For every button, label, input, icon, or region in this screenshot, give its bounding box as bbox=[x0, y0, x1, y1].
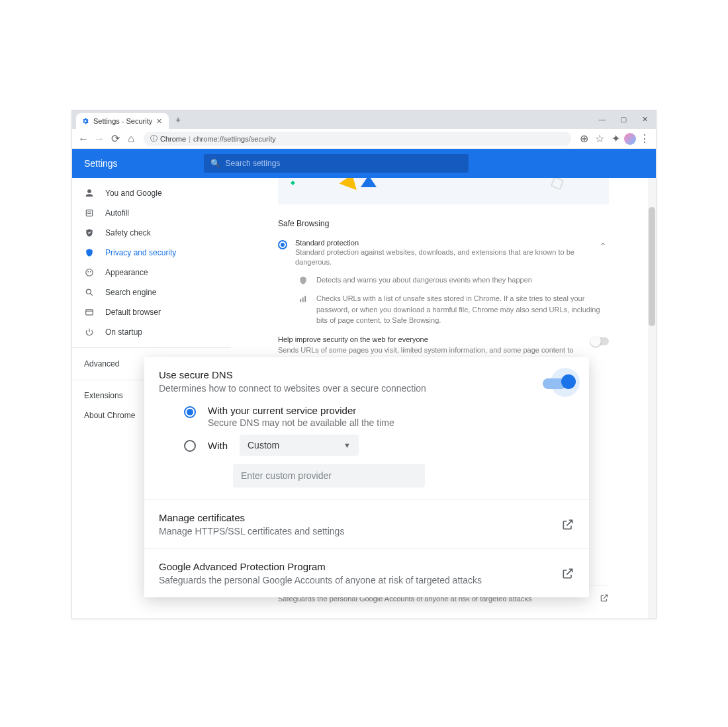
tab-strip: Settings - Security ✕ + — ▢ ✕ bbox=[72, 110, 656, 129]
search-settings-input[interactable]: 🔍 Search settings bbox=[204, 154, 469, 173]
dns-option-custom[interactable]: With Custom ▼ bbox=[159, 428, 574, 456]
radio-selected-icon bbox=[184, 406, 196, 418]
autofill-icon bbox=[84, 208, 95, 218]
profile-avatar[interactable] bbox=[624, 133, 636, 145]
secure-dns-title: Use secure DNS bbox=[159, 369, 426, 380]
extensions-label: Extensions bbox=[84, 391, 123, 400]
radio-unselected-icon bbox=[184, 440, 196, 452]
dns-select-value: Custom bbox=[248, 440, 279, 450]
svg-rect-12 bbox=[304, 296, 306, 302]
forward-button[interactable]: → bbox=[92, 132, 107, 146]
globe-shield-icon bbox=[298, 275, 308, 285]
tab-settings-security[interactable]: Settings - Security ✕ bbox=[76, 113, 169, 129]
gear-icon bbox=[81, 117, 89, 125]
sidebar-label: Autofill bbox=[105, 208, 129, 218]
sidebar-item-safety-check[interactable]: Safety check bbox=[72, 223, 231, 243]
window-minimize-button[interactable]: — bbox=[592, 110, 612, 128]
advanced-protection-sub: Safeguards the personal Google Accounts … bbox=[159, 575, 482, 585]
appearance-icon bbox=[84, 268, 95, 277]
secure-dns-sub: Determines how to connect to websites ov… bbox=[159, 383, 426, 394]
sidebar-item-on-startup[interactable]: On startup bbox=[72, 322, 231, 342]
tab-close-icon[interactable]: ✕ bbox=[155, 117, 163, 126]
standard-protection-radio[interactable]: Standard protection Standard protection … bbox=[278, 236, 609, 271]
standard-protection-title: Standard protection bbox=[295, 239, 589, 247]
chevron-down-icon: ▼ bbox=[343, 441, 351, 449]
help-improve-toggle[interactable] bbox=[592, 337, 609, 345]
advanced-label: Advanced bbox=[84, 359, 119, 368]
svg-point-6 bbox=[86, 289, 91, 294]
external-link-icon bbox=[561, 567, 574, 580]
info-text: Detects and warns you about dangerous ev… bbox=[316, 275, 532, 286]
new-tab-button[interactable]: + bbox=[171, 113, 185, 126]
dns-option-current-provider[interactable]: With your current service provider Secur… bbox=[159, 398, 574, 428]
browser-toolbar: ← → ⟳ ⌂ ⓘ Chrome | chrome://settings/sec… bbox=[72, 129, 656, 149]
search-placeholder: Search settings bbox=[226, 159, 281, 168]
external-link-icon bbox=[561, 518, 574, 531]
svg-point-5 bbox=[90, 271, 91, 273]
help-improve-title: Help improve security on the web for eve… bbox=[278, 335, 585, 343]
url-host: Chrome bbox=[160, 135, 186, 143]
dns-option1-sub: Secure DNS may not be available all the … bbox=[208, 417, 394, 428]
dns-input-placeholder: Enter custom provider bbox=[241, 470, 332, 481]
reload-button[interactable]: ⟳ bbox=[108, 132, 122, 146]
tab-title: Settings - Security bbox=[93, 117, 152, 125]
bookmark-star-icon[interactable]: ☆ bbox=[592, 132, 607, 146]
settings-title: Settings bbox=[84, 158, 118, 169]
svg-rect-10 bbox=[300, 299, 301, 302]
sidebar-label: Safety check bbox=[105, 228, 151, 237]
chart-icon bbox=[298, 293, 308, 304]
svg-line-7 bbox=[91, 294, 93, 296]
extensions-puzzle-icon[interactable]: ✦ bbox=[608, 132, 623, 146]
dns-option1-title: With your current service provider bbox=[208, 405, 394, 416]
sidebar-item-privacy-and-security[interactable]: Privacy and security bbox=[72, 243, 231, 263]
sidebar-item-search-engine[interactable]: Search engine bbox=[72, 282, 231, 302]
address-bar[interactable]: ⓘ Chrome | chrome://settings/security bbox=[144, 132, 571, 146]
browser-icon bbox=[84, 308, 95, 317]
info-text: Checks URLs with a list of unsafe sites … bbox=[316, 293, 609, 326]
sidebar-label: Default browser bbox=[105, 308, 161, 317]
content-scrollbar[interactable] bbox=[648, 178, 656, 619]
svg-rect-11 bbox=[302, 298, 304, 302]
sidebar-label: You and Google bbox=[105, 189, 162, 198]
scrollbar-thumb[interactable] bbox=[649, 207, 655, 326]
person-icon bbox=[84, 189, 95, 198]
sidebar-item-default-browser[interactable]: Default browser bbox=[72, 302, 231, 322]
manage-certificates-row[interactable]: Manage certificates Manage HTTPS/SSL cer… bbox=[159, 512, 574, 536]
window-controls: — ▢ ✕ bbox=[592, 110, 655, 128]
manage-certificates-sub: Manage HTTPS/SSL certificates and settin… bbox=[159, 526, 344, 536]
menu-kebab-icon[interactable]: ⋮ bbox=[637, 132, 652, 146]
search-icon: 🔍 bbox=[210, 159, 220, 168]
secure-dns-panel: Use secure DNS Determines how to connect… bbox=[144, 357, 589, 597]
window-close-button[interactable]: ✕ bbox=[635, 110, 655, 128]
svg-rect-2 bbox=[87, 213, 91, 214]
sidebar-label: On startup bbox=[105, 327, 142, 337]
home-button[interactable]: ⌂ bbox=[124, 132, 138, 146]
zoom-indicator-icon[interactable]: ⊕ bbox=[576, 132, 591, 146]
info-row-detects: Detects and warns you about dangerous ev… bbox=[278, 271, 609, 290]
svg-point-4 bbox=[87, 271, 89, 273]
advanced-protection-title: Google Advanced Protection Program bbox=[159, 561, 482, 572]
sidebar-item-autofill[interactable]: Autofill bbox=[72, 203, 231, 223]
advanced-protection-row[interactable]: Google Advanced Protection Program Safeg… bbox=[159, 561, 574, 585]
back-button[interactable]: ← bbox=[76, 132, 91, 146]
dns-option2-label: With bbox=[208, 440, 228, 451]
info-row-checks-urls: Checks URLs with a list of unsafe sites … bbox=[278, 289, 609, 330]
sidebar-item-appearance[interactable]: Appearance bbox=[72, 263, 231, 282]
search-engine-icon bbox=[84, 288, 95, 297]
svg-point-3 bbox=[86, 269, 93, 277]
secure-dns-toggle[interactable] bbox=[543, 369, 574, 398]
illustration-banner bbox=[278, 178, 609, 204]
radio-selected-icon bbox=[278, 240, 287, 249]
dns-custom-provider-input[interactable]: Enter custom provider bbox=[233, 464, 425, 488]
external-link-icon bbox=[600, 593, 609, 604]
site-info-icon[interactable]: ⓘ bbox=[150, 134, 158, 144]
safety-check-icon bbox=[84, 228, 95, 237]
settings-header: Settings 🔍 Search settings bbox=[72, 149, 656, 178]
sidebar-item-you-and-google[interactable]: You and Google bbox=[72, 183, 231, 203]
svg-rect-1 bbox=[87, 212, 91, 212]
window-maximize-button[interactable]: ▢ bbox=[614, 110, 633, 128]
sidebar-label: Search engine bbox=[105, 288, 156, 297]
collapse-chevron-up-icon[interactable]: ⌃ bbox=[597, 239, 609, 253]
dns-provider-select[interactable]: Custom ▼ bbox=[240, 435, 359, 456]
about-label: About Chrome bbox=[84, 411, 135, 420]
